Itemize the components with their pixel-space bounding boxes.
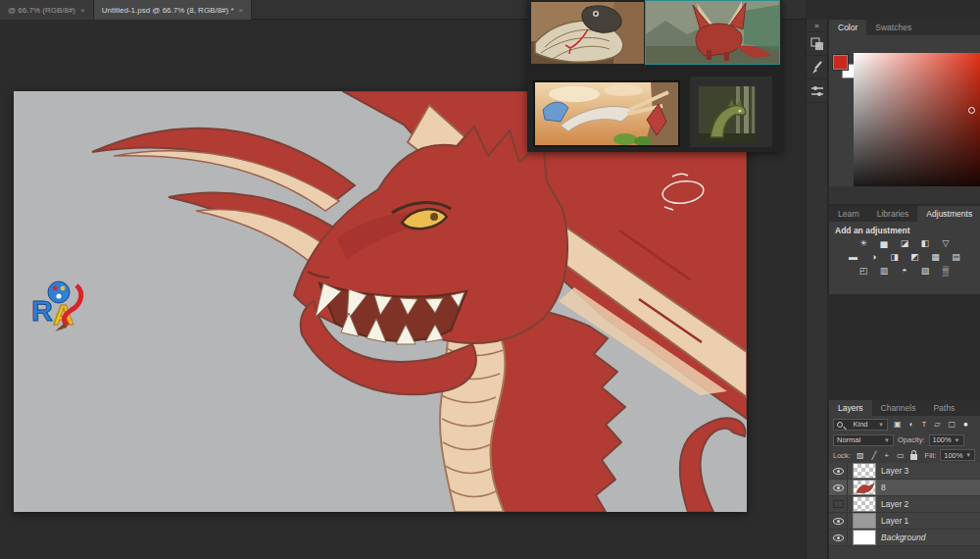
blend-mode-row: Normal ▼ Opacity: 100% ▼: [829, 432, 980, 447]
filter-type-layers-icon[interactable]: T: [921, 420, 926, 429]
channel-mixer-icon[interactable]: ▦: [928, 251, 943, 263]
eye-icon: [833, 468, 844, 475]
document-tab-1[interactable]: @ 66.7% (RGB/8#) ×: [0, 0, 94, 20]
dragon-artwork: [14, 91, 747, 512]
document-tab-2[interactable]: Untitled-1.psd @ 66.7% (8, RGB/8#) * ×: [94, 0, 253, 20]
filter-shape-layers-icon[interactable]: ▱: [934, 420, 940, 429]
foreground-color-swatch[interactable]: [833, 55, 848, 70]
visibility-toggle[interactable]: [829, 513, 848, 529]
opacity-dropdown[interactable]: 100% ▼: [929, 434, 964, 446]
black-white-icon[interactable]: ◨: [887, 251, 902, 263]
layer-thumbnail[interactable]: [853, 496, 876, 512]
document-canvas[interactable]: R A: [14, 91, 747, 512]
blend-mode-dropdown[interactable]: Normal ▼: [833, 434, 894, 446]
photo-filter-icon[interactable]: ◩: [907, 251, 922, 263]
layer-filter-kind-label: Kind: [854, 420, 868, 429]
adjustments-panel: Learn Libraries Adjustments Add an adjus…: [829, 206, 980, 294]
reference-red-dragon-artwork[interactable]: [645, 0, 780, 65]
layer-thumbnail[interactable]: [853, 463, 876, 479]
reference-board: [527, 0, 782, 152]
close-icon[interactable]: ×: [239, 6, 244, 15]
gradient-map-icon[interactable]: ▒: [939, 265, 954, 277]
vibrance-icon[interactable]: ▽: [939, 237, 954, 249]
selective-color-icon[interactable]: ▧: [918, 265, 933, 277]
color-picker-gradient[interactable]: [854, 53, 980, 202]
lock-all-icon[interactable]: [910, 454, 917, 460]
chevron-down-icon: ▼: [955, 437, 960, 443]
layer-filter-kind-dropdown[interactable]: Kind ▼: [833, 419, 888, 431]
layer-row-layer1[interactable]: Layer 1: [829, 513, 980, 530]
tab-libraries[interactable]: Libraries: [868, 206, 918, 222]
photoshop-window: @ 66.7% (RGB/8#) × Untitled-1.psd @ 66.7…: [0, 0, 980, 559]
collapse-panels-icon[interactable]: »: [807, 20, 827, 32]
layer-thumbnail[interactable]: [853, 513, 876, 529]
layer-thumbnail[interactable]: [853, 480, 876, 495]
panel-dock-strip: »: [806, 20, 828, 559]
reference-fantasy-dragons-artwork[interactable]: [533, 80, 680, 147]
layers-panel-tabs: Layers Channels Paths: [829, 400, 980, 416]
tab-channels[interactable]: Channels: [872, 400, 925, 416]
color-picker-selector[interactable]: [968, 107, 975, 114]
eye-icon: [833, 484, 844, 491]
document-tab-1-label: @ 66.7% (RGB/8#): [8, 6, 75, 15]
blend-mode-value: Normal: [837, 435, 860, 444]
close-icon[interactable]: ×: [80, 6, 85, 15]
tab-swatches[interactable]: Swatches: [866, 20, 920, 35]
fill-value: 100%: [944, 451, 962, 460]
fill-dropdown[interactable]: 100% ▼: [940, 449, 975, 461]
layer-thumbnail[interactable]: [853, 530, 876, 545]
opacity-value: 100%: [933, 435, 952, 444]
color-panel: Color Swatches: [829, 20, 980, 204]
lock-label: Lock:: [833, 451, 851, 460]
tab-layers[interactable]: Layers: [829, 400, 872, 416]
layers-panel: Layers Channels Paths Kind ▼ ▣ ◐ T ▱ ▢: [829, 400, 980, 559]
svg-text:R: R: [31, 294, 53, 327]
properties-panel-dock-icon[interactable]: [807, 79, 827, 103]
layer-name: Layer 3: [881, 466, 908, 476]
document-tab-2-label: Untitled-1.psd @ 66.7% (8, RGB/8#) *: [102, 6, 234, 15]
levels-icon[interactable]: ▅: [877, 237, 892, 249]
color-panel-dock-icon[interactable]: [807, 32, 827, 56]
lock-paint-icon[interactable]: ╱: [872, 451, 877, 460]
layer-name: Layer 1: [881, 516, 908, 526]
visibility-toggle[interactable]: [829, 530, 848, 545]
lock-transparency-icon[interactable]: ▨: [857, 451, 864, 460]
invert-icon[interactable]: ◰: [857, 265, 871, 277]
exposure-icon[interactable]: ◧: [918, 237, 933, 249]
layer-list: Layer 3 8 Layer 2: [829, 463, 980, 546]
brushes-panel-dock-icon[interactable]: [807, 56, 827, 79]
visibility-toggle[interactable]: [829, 496, 848, 512]
panels-column: Color Swatches Learn Libraries Adjustmen…: [829, 20, 980, 559]
filter-toggle-icon[interactable]: ●: [963, 420, 968, 429]
filter-adjustment-layers-icon[interactable]: ◐: [909, 420, 914, 429]
tab-color[interactable]: Color: [829, 20, 866, 35]
lock-artboard-icon[interactable]: ▭: [897, 451, 905, 460]
lock-position-icon[interactable]: +: [884, 451, 889, 460]
color-lookup-icon[interactable]: ▤: [949, 251, 963, 263]
tab-adjustments[interactable]: Adjustments: [917, 206, 980, 222]
hue-saturation-icon[interactable]: ▬: [846, 251, 860, 263]
eye-icon: [833, 518, 844, 525]
layer-row-background[interactable]: Background: [829, 530, 980, 546]
filter-smart-objects-icon[interactable]: ▢: [948, 420, 956, 429]
filter-pixel-layers-icon[interactable]: ▣: [894, 420, 902, 429]
tab-paths[interactable]: Paths: [924, 400, 963, 416]
brightness-contrast-icon[interactable]: ☀: [857, 237, 871, 249]
layer-name: 8: [881, 483, 886, 492]
color-balance-icon[interactable]: ◑: [866, 251, 881, 263]
layer-row-layer2[interactable]: Layer 2: [829, 496, 980, 513]
reference-green-dragon-artwork[interactable]: [699, 86, 756, 143]
visibility-toggle[interactable]: [829, 463, 848, 479]
layer-row-layer3[interactable]: Layer 3: [829, 463, 980, 480]
fill-label: Fill:: [925, 451, 937, 460]
posterize-icon[interactable]: ▥: [877, 265, 892, 277]
chevron-down-icon: ▼: [884, 437, 890, 443]
search-icon: [837, 422, 843, 428]
layer-filter-row: Kind ▼ ▣ ◐ T ▱ ▢ ●: [829, 416, 980, 432]
layer-row-8[interactable]: 8: [829, 480, 980, 496]
curves-icon[interactable]: ◪: [898, 237, 912, 249]
threshold-icon[interactable]: ◓: [898, 265, 912, 277]
visibility-toggle[interactable]: [829, 480, 848, 495]
tab-learn[interactable]: Learn: [829, 206, 868, 222]
reference-snake-photo[interactable]: [531, 2, 644, 64]
